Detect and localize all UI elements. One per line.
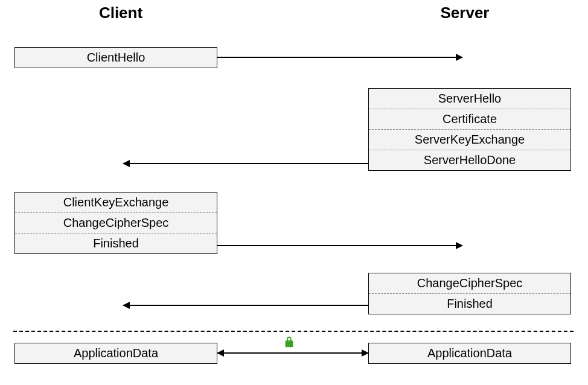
msg-finished-client: Finished	[15, 233, 217, 253]
msg-serverhello: ServerHello	[369, 89, 570, 109]
server-finished-group: ChangeCipherSpec Finished	[368, 273, 571, 314]
msg-clienthello: ClientHello	[15, 48, 217, 68]
arrow-client-keyexchange	[217, 245, 462, 246]
tls-handshake-diagram: Client Server ClientHello ServerHello Ce…	[0, 0, 588, 385]
server-heading: Server	[429, 4, 501, 22]
arrow-clienthello	[217, 57, 462, 58]
arrow-appdata	[217, 352, 368, 354]
lock-icon	[283, 336, 296, 352]
client-hello-group: ClientHello	[14, 47, 217, 68]
client-appdata-group: ApplicationData	[14, 343, 217, 364]
msg-certificate: Certificate	[369, 109, 570, 129]
msg-serverhellodone: ServerHelloDone	[369, 150, 570, 170]
server-hello-group: ServerHello Certificate ServerKeyExchang…	[368, 88, 571, 171]
msg-clientkeyexchange: ClientKeyExchange	[15, 192, 217, 212]
client-heading: Client	[85, 4, 157, 22]
msg-changecipherspec-client: ChangeCipherSpec	[15, 212, 217, 233]
handshake-complete-separator	[13, 331, 574, 332]
arrow-server-finished	[123, 305, 368, 306]
msg-serverkeyexchange: ServerKeyExchange	[369, 129, 570, 150]
msg-appdata-server: ApplicationData	[369, 343, 570, 363]
client-keyexchange-group: ClientKeyExchange ChangeCipherSpec Finis…	[14, 192, 217, 254]
msg-finished-server: Finished	[369, 293, 570, 314]
msg-changecipherspec-server: ChangeCipherSpec	[369, 273, 570, 293]
msg-appdata-client: ApplicationData	[15, 343, 217, 363]
server-appdata-group: ApplicationData	[368, 343, 571, 364]
arrow-server-response	[123, 163, 368, 164]
